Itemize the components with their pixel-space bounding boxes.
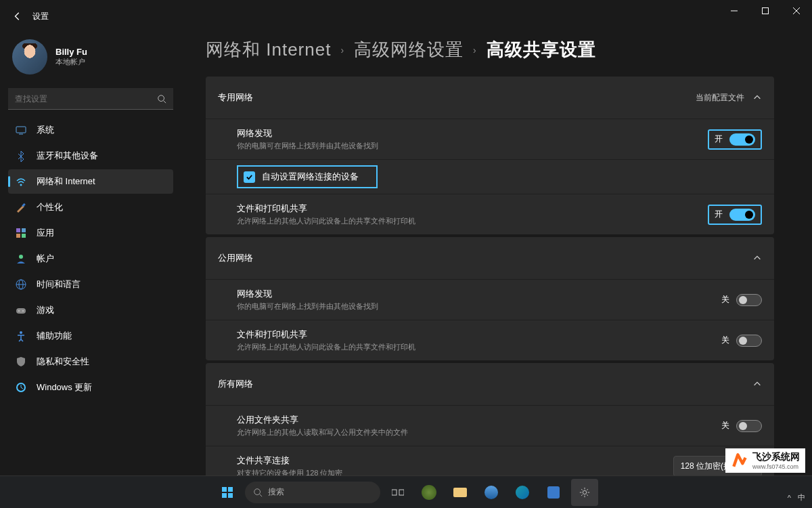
svg-point-21 xyxy=(20,331,22,334)
nav-item-wifi[interactable]: 网络和 Internet xyxy=(8,169,173,194)
globe-icon xyxy=(15,278,27,291)
section-private-header[interactable]: 专用网络 当前配置文件 xyxy=(206,77,774,119)
svg-rect-11 xyxy=(22,228,26,232)
taskbar-app-2[interactable] xyxy=(478,479,505,506)
chevron-right-icon: › xyxy=(473,45,477,56)
svg-rect-13 xyxy=(22,234,26,238)
close-button[interactable] xyxy=(781,0,812,22)
svg-rect-31 xyxy=(392,490,397,495)
taskbar-app-1[interactable] xyxy=(415,479,443,506)
edge-button[interactable] xyxy=(509,479,536,506)
svg-rect-10 xyxy=(16,228,20,232)
section-public-header[interactable]: 公用网络 xyxy=(206,237,774,279)
search-icon xyxy=(253,488,263,497)
start-button[interactable] xyxy=(214,479,241,506)
svg-rect-12 xyxy=(16,234,20,238)
update-icon xyxy=(15,381,27,394)
all-conn-row: 文件共享连接 对支持它的设备使用 128 位加密 128 位加密(推荐) xyxy=(206,446,774,475)
svg-point-8 xyxy=(20,184,22,186)
system-icon xyxy=(15,124,27,136)
public-share-row: 文件和打印机共享 允许网络上的其他人访问此设备上的共享文件和打印机 关 xyxy=(206,320,774,360)
svg-point-33 xyxy=(583,490,586,494)
chevron-up-icon xyxy=(752,379,762,389)
user-block[interactable]: Billy Fu 本地帐户 xyxy=(8,33,173,85)
chevron-up-icon xyxy=(752,93,762,102)
public-discovery-toggle[interactable] xyxy=(736,294,762,306)
svg-point-14 xyxy=(19,255,23,259)
access-icon xyxy=(15,330,27,342)
settings-search[interactable] xyxy=(8,88,173,110)
nav-item-globe[interactable]: 时间和语言 xyxy=(8,272,173,297)
svg-rect-32 xyxy=(399,490,404,495)
taskbar-search[interactable]: 搜索 xyxy=(245,482,380,503)
svg-rect-27 xyxy=(222,493,227,498)
search-icon xyxy=(157,94,166,104)
svg-rect-1 xyxy=(763,8,769,14)
maximize-button[interactable] xyxy=(750,0,781,22)
system-tray[interactable]: ^ 中 xyxy=(788,492,805,503)
task-view-button[interactable] xyxy=(384,479,411,506)
settings-button[interactable] xyxy=(571,479,598,506)
svg-rect-26 xyxy=(228,487,233,492)
svg-point-19 xyxy=(18,310,20,312)
game-icon xyxy=(15,304,27,316)
store-button[interactable] xyxy=(540,479,567,506)
minimize-button[interactable] xyxy=(719,0,750,22)
nav-item-access[interactable]: 辅助功能 xyxy=(8,324,173,348)
private-discovery-toggle[interactable] xyxy=(729,133,755,146)
chevron-right-icon: › xyxy=(340,45,344,56)
nav-item-person[interactable]: 帐户 xyxy=(8,247,173,271)
svg-rect-18 xyxy=(16,308,26,314)
person-icon xyxy=(15,253,27,265)
shield-icon xyxy=(15,356,27,368)
svg-rect-6 xyxy=(16,127,26,133)
breadcrumb: 网络和 Internet › 高级网络设置 › 高级共享设置 xyxy=(206,38,774,62)
auto-setup-checkbox[interactable] xyxy=(244,171,255,183)
tray-more-icon[interactable]: ^ xyxy=(788,494,791,502)
user-sub: 本地帐户 xyxy=(55,57,87,67)
svg-point-4 xyxy=(158,95,164,101)
apps-icon xyxy=(15,227,27,239)
public-share-toggle[interactable] xyxy=(736,335,762,347)
taskbar: 搜索 xyxy=(0,475,812,508)
svg-rect-28 xyxy=(228,493,233,498)
avatar xyxy=(12,39,47,75)
breadcrumb-2[interactable]: 高级网络设置 xyxy=(354,38,464,62)
nav-item-system[interactable]: 系统 xyxy=(8,118,173,142)
search-input[interactable] xyxy=(15,94,157,104)
private-share-row: 文件和打印机共享 允许网络上的其他人访问此设备上的共享文件和打印机 开 xyxy=(206,194,774,234)
bluetooth-icon xyxy=(15,150,27,162)
section-all-header[interactable]: 所有网络 xyxy=(206,363,774,405)
wifi-icon xyxy=(15,175,27,188)
nav-item-game[interactable]: 游戏 xyxy=(8,298,173,322)
ime-indicator[interactable]: 中 xyxy=(798,492,805,503)
public-folder-toggle[interactable] xyxy=(736,420,762,432)
explorer-button[interactable] xyxy=(447,479,474,506)
brush-icon xyxy=(15,201,27,213)
nav-item-apps[interactable]: 应用 xyxy=(8,221,173,245)
nav-item-brush[interactable]: 个性化 xyxy=(8,195,173,219)
private-share-toggle[interactable] xyxy=(729,209,755,221)
watermark: 飞沙系统网 www.fs0745.com xyxy=(725,448,805,473)
breadcrumb-current: 高级共享设置 xyxy=(487,38,596,62)
breadcrumb-1[interactable]: 网络和 Internet xyxy=(206,38,331,62)
public-discovery-row: 网络发现 你的电脑可在网络上找到并由其他设备找到 关 xyxy=(206,279,774,320)
user-name: Billy Fu xyxy=(55,47,87,57)
nav-item-update[interactable]: Windows 更新 xyxy=(8,375,173,400)
nav-item-shield[interactable]: 隐私和安全性 xyxy=(8,350,173,374)
chevron-up-icon xyxy=(752,253,762,263)
nav-item-bluetooth[interactable]: 蓝牙和其他设备 xyxy=(8,144,173,168)
private-discovery-row: 网络发现 你的电脑可在网络上找到并由其他设备找到 开 xyxy=(206,119,774,159)
auto-setup-row: 自动设置网络连接的设备 xyxy=(206,159,774,194)
svg-point-20 xyxy=(22,310,24,312)
back-button[interactable] xyxy=(8,7,27,26)
svg-rect-25 xyxy=(222,487,227,492)
svg-line-30 xyxy=(260,494,263,496)
window-title: 设置 xyxy=(32,11,49,22)
all-public-folder-row: 公用文件夹共享 允许网络上的其他人读取和写入公用文件夹中的文件 关 xyxy=(206,405,774,446)
svg-line-5 xyxy=(164,100,166,103)
svg-point-29 xyxy=(254,488,261,494)
